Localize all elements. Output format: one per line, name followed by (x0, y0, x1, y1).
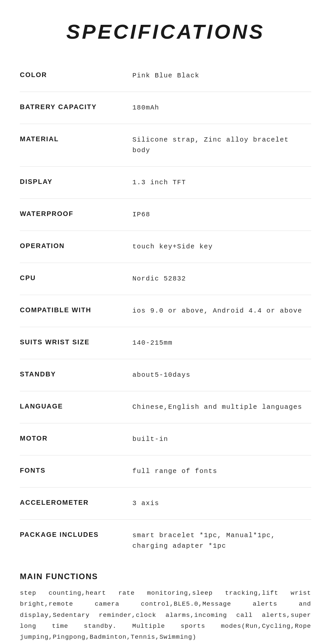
spec-value: 140-215mm (132, 338, 311, 348)
spec-label: FONTS (20, 466, 132, 474)
spec-label: ACCELEROMETER (20, 498, 132, 506)
spec-label: OPERATION (20, 241, 132, 250)
spec-row: DISPLAY1.3 inch TFT (20, 170, 311, 195)
spec-row: WATERPROOFIP68 (20, 202, 311, 227)
divider (20, 359, 311, 359)
spec-value: 1.3 inch TFT (132, 177, 311, 188)
spec-row: ACCELEROMETER3 axis (20, 491, 311, 516)
spec-label: MOTOR (20, 434, 132, 442)
divider (20, 166, 311, 167)
spec-value: IP68 (132, 209, 311, 220)
spec-value: touch key+Side key (132, 241, 311, 252)
page-title: SPECIFICATIONS (20, 20, 311, 43)
spec-row: SUITS WRIST SIZE140-215mm (20, 330, 311, 356)
spec-value: Pink Blue Black (132, 70, 311, 81)
main-functions-title: MAIN FUNCTIONS (20, 572, 311, 581)
spec-label: CPU (20, 274, 132, 282)
spec-value: Nordic 52832 (132, 274, 311, 284)
spec-row: MOTORbuilt-in (20, 427, 311, 452)
spec-label: WATERPROOF (20, 209, 132, 218)
spec-label: STANDBY (20, 370, 132, 378)
divider (20, 519, 311, 520)
spec-row: OPERATIONtouch key+Side key (20, 234, 311, 259)
spec-value: full range of fonts (132, 466, 311, 477)
spec-label: BATRERY CAPACITY (20, 103, 132, 111)
spec-row: CPUNordic 52832 (20, 266, 311, 291)
spec-label: LANGUAGE (20, 402, 132, 410)
spec-row: COLORPink Blue Black (20, 63, 311, 88)
spec-row: PACKAGE INCLUDESsmart bracelet *1pc, Man… (20, 523, 311, 559)
divider (20, 487, 311, 488)
spec-label: COLOR (20, 70, 132, 79)
spec-value: 180mAh (132, 103, 311, 113)
page-container: SPECIFICATIONS COLORPink Blue BlackBATRE… (0, 0, 331, 644)
spec-value: 3 axis (132, 498, 311, 509)
spec-label: PACKAGE INCLUDES (20, 530, 132, 538)
spec-label: COMPATIBLE WITH (20, 306, 132, 314)
spec-row: STANDBYabout5-10days (20, 363, 311, 388)
spec-row: FONTSfull range of fonts (20, 459, 311, 484)
spec-row: COMPATIBLE WITHios 9.0 or above, Android… (20, 298, 311, 323)
divider (20, 295, 311, 295)
spec-row: MATERIALSilicone strap, Zinc alloy brace… (20, 127, 311, 163)
divider (20, 391, 311, 391)
spec-label: MATERIAL (20, 135, 132, 143)
spec-row: LANGUAGEChinese,English and multiple lan… (20, 395, 311, 420)
divider (20, 327, 311, 327)
spec-value: built-in (132, 434, 311, 445)
spec-row: BATRERY CAPACITY180mAh (20, 95, 311, 120)
spec-value: Chinese,English and multiple languages (132, 402, 311, 412)
spec-value: ios 9.0 or above, Android 4.4 or above (132, 306, 311, 316)
spec-value: smart bracelet *1pc, Manual*1pc,charging… (132, 530, 311, 551)
main-functions-text: step counting,heart rate monitoring,slee… (20, 588, 311, 643)
spec-label: SUITS WRIST SIZE (20, 338, 132, 346)
spec-value: Silicone strap, Zinc alloy bracelet body (132, 135, 311, 156)
specs-list: COLORPink Blue BlackBATRERY CAPACITY180m… (20, 63, 311, 559)
divider (20, 455, 311, 455)
divider (20, 231, 311, 231)
spec-value: about5-10days (132, 370, 311, 380)
divider (20, 423, 311, 423)
divider (20, 263, 311, 263)
divider (20, 124, 311, 124)
main-functions-section: MAIN FUNCTIONS step counting,heart rate … (20, 572, 311, 643)
spec-label: DISPLAY (20, 177, 132, 186)
divider (20, 198, 311, 199)
divider (20, 92, 311, 92)
